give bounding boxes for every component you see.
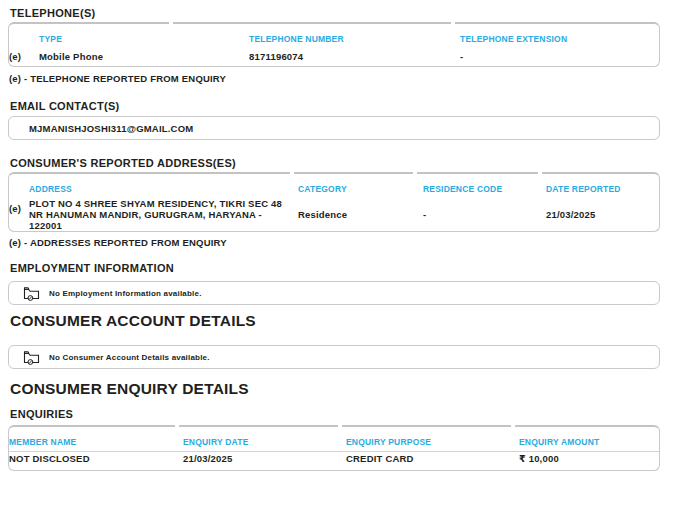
telephones-table-grid: TYPE TELEPHONE NUMBER TELEPHONE EXTENSIO… [9,24,659,68]
account-empty-box: No Consumer Account Details available. [8,345,660,369]
column-header-enquiry-purpose: ENQUIRY PURPOSE [346,427,519,451]
section-title-email: EMAIL CONTACT(S) [10,101,687,112]
marker-column-header [9,24,39,48]
no-data-folder-icon [23,350,40,365]
section-title-telephones: TELEPHONE(S) [10,8,687,19]
column-header-address: ADDRESS [29,174,298,198]
addresses-table-grid: ADDRESS CATEGORY RESIDENCE CODE DATE REP… [9,174,659,235]
table-row: (e) Mobile Phone 8171196074 - [9,48,659,68]
enquiries-table-grid: MEMBER NAME ENQUIRY DATE ENQUIRY PURPOSE… [9,427,659,469]
cell-date-reported: 21/03/2025 [546,198,659,235]
column-header-residence-code: RESIDENCE CODE [423,174,546,198]
column-header-category: CATEGORY [298,174,423,198]
marker-column-header [9,174,29,198]
column-divider-gap [175,425,179,427]
addresses-footnote: (e) - ADDRESSES REPORTED FROM ENQUIRY [9,238,687,248]
section-title-enquiry-details: CONSUMER ENQUIRY DETAILS [10,381,687,397]
column-header-date-reported: DATE REPORTED [546,174,659,198]
column-divider-gap [338,425,342,427]
column-divider-gap [538,172,542,174]
column-divider-gap [451,22,455,24]
table-header-row: MEMBER NAME ENQUIRY DATE ENQUIRY PURPOSE… [9,427,659,451]
column-header-enquiry-amount: ENQUIRY AMOUNT [519,427,659,451]
email-value: MJMANISHJOSHI311@GMAIL.COM [29,123,193,134]
credit-report-page: TELEPHONE(S) TYPE TELEPHONE NUMBER TELEP… [0,0,687,471]
cell-telephone-number: 8171196074 [249,48,460,68]
addresses-table: ADDRESS CATEGORY RESIDENCE CODE DATE REP… [8,172,660,232]
section-title-employment: EMPLOYMENT INFORMATION [10,263,687,274]
table-row: (e) PLOT NO 4 SHREE SHYAM RESIDENCY, TIK… [9,198,659,235]
cell-category: Residence [298,198,423,235]
cell-member-name: NOT DISCLOSED [9,451,183,469]
column-divider-gap [169,22,173,24]
cell-residence-code: - [423,198,546,235]
employment-empty-message: No Employment Information available. [49,289,202,298]
column-divider-gap [290,172,294,174]
column-header-member-name: MEMBER NAME [9,427,183,451]
column-divider-gap [511,425,515,427]
table-row: NOT DISCLOSED 21/03/2025 CREDIT CARD ₹ 1… [9,451,659,469]
section-title-account-details: CONSUMER ACCOUNT DETAILS [10,313,687,329]
cell-address: PLOT NO 4 SHREE SHYAM RESIDENCY, TIKRI S… [29,198,298,235]
no-data-folder-icon [23,286,40,301]
email-box: MJMANISHJOSHI311@GMAIL.COM [8,116,660,140]
cell-enquiry-date: 21/03/2025 [183,451,346,469]
column-header-enquiry-date: ENQUIRY DATE [183,427,346,451]
account-empty-message: No Consumer Account Details available. [49,353,210,362]
cell-enquiry-purpose: CREDIT CARD [346,451,519,469]
cell-telephone-extension: - [460,48,659,68]
telephones-footnote: (e) - TELEPHONE REPORTED FROM ENQUIRY [9,74,687,84]
section-subtitle-enquiries: ENQUIRIES [10,409,687,420]
table-header-row: ADDRESS CATEGORY RESIDENCE CODE DATE REP… [9,174,659,198]
column-divider-gap [413,172,417,174]
enquiry-marker: (e) [9,48,39,68]
employment-empty-box: No Employment Information available. [8,281,660,305]
cell-type: Mobile Phone [39,48,249,68]
enquiries-table: MEMBER NAME ENQUIRY DATE ENQUIRY PURPOSE… [8,425,660,471]
telephones-table: TYPE TELEPHONE NUMBER TELEPHONE EXTENSIO… [8,22,660,67]
table-header-row: TYPE TELEPHONE NUMBER TELEPHONE EXTENSIO… [9,24,659,48]
column-header-telephone-number: TELEPHONE NUMBER [249,24,460,48]
column-header-telephone-extension: TELEPHONE EXTENSION [460,24,659,48]
enquiry-marker: (e) [9,198,29,235]
section-title-addresses: CONSUMER'S REPORTED ADDRESS(ES) [10,158,687,169]
cell-enquiry-amount: ₹ 10,000 [519,451,659,469]
column-header-type: TYPE [39,24,249,48]
